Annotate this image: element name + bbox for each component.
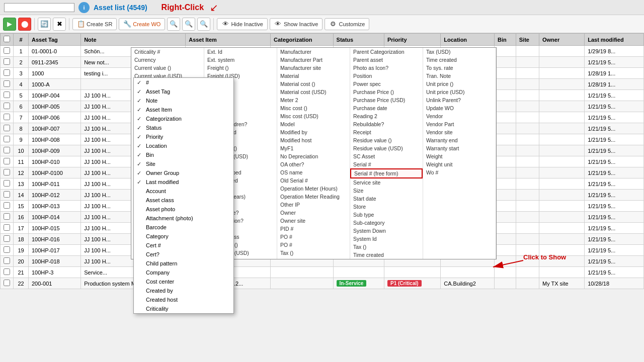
column-option[interactable]: Ext. Id (204, 48, 277, 56)
column-option[interactable]: PO # (277, 233, 350, 241)
dropdown-item[interactable]: Site (134, 159, 233, 168)
column-option[interactable]: Power spec (350, 80, 423, 88)
row-checkbox-cell[interactable] (1, 57, 14, 68)
row-checkbox-cell[interactable] (1, 68, 14, 79)
row-checkbox-cell[interactable] (1, 123, 14, 134)
row-checkbox[interactable] (4, 136, 10, 142)
dropdown-item[interactable]: Company (134, 268, 233, 277)
column-option[interactable]: Tax () (277, 249, 350, 257)
dropdown-item[interactable]: Location (134, 141, 233, 150)
hide-inactive-button[interactable]: 👁 Hide Inactive (217, 18, 268, 30)
table-row[interactable]: 22 200-001 Production system Mercur... M… (1, 278, 644, 289)
row-checkbox[interactable] (4, 169, 10, 175)
column-option[interactable]: Currency (131, 56, 204, 64)
dropdown-item[interactable]: Cost center (134, 277, 233, 286)
row-checkbox[interactable] (4, 92, 10, 98)
dropdown-item[interactable]: Category (134, 232, 233, 241)
column-option[interactable]: Purchase date (350, 104, 423, 112)
column-option[interactable]: Tran. Note (423, 72, 496, 80)
num-header[interactable]: # (14, 34, 29, 46)
column-option[interactable]: Misc cost () (277, 104, 350, 112)
asset-tag-header[interactable]: Asset Tag (29, 34, 81, 46)
column-option[interactable]: Parent asset (350, 56, 423, 64)
zoom-fit-button[interactable]: 🔍 (167, 18, 180, 31)
dropdown-item[interactable]: Cert? (134, 250, 233, 259)
column-option[interactable]: Weight (423, 152, 496, 160)
column-option[interactable]: Material cost () (277, 80, 350, 88)
create-sr-button[interactable]: 📋 Create SR (72, 18, 117, 30)
location-header[interactable]: Location (441, 34, 495, 46)
dropdown-item[interactable]: Child pattern (134, 259, 233, 268)
dropdown-item[interactable]: # (134, 78, 233, 87)
row-checkbox[interactable] (4, 191, 10, 198)
row-checkbox-cell[interactable] (1, 167, 14, 178)
zoom-out-button[interactable]: 🔍 (197, 18, 210, 31)
refresh-button[interactable]: 🔄 (38, 18, 51, 31)
column-option[interactable]: OA other? (277, 160, 350, 168)
row-checkbox-cell[interactable] (1, 234, 14, 245)
table-row[interactable]: 21 100HP-3 Service... 1/21/19 5... (1, 267, 644, 278)
row-checkbox-cell[interactable] (1, 256, 14, 267)
row-checkbox-cell[interactable] (1, 79, 14, 90)
row-checkbox-cell[interactable] (1, 134, 14, 145)
column-option[interactable]: Criticality # (131, 48, 204, 56)
customize-button[interactable]: ⚙ Customize (325, 18, 369, 30)
row-checkbox-cell[interactable] (1, 145, 14, 156)
asset-item-header[interactable]: Asset Item (186, 34, 271, 46)
column-option[interactable]: Rebuildable? (350, 120, 423, 128)
column-option[interactable]: Reading 2 (350, 112, 423, 120)
row-checkbox-cell[interactable] (1, 212, 14, 223)
row-checkbox[interactable] (4, 69, 10, 76)
column-option[interactable]: PID # (277, 225, 350, 233)
column-option[interactable]: Modified host (277, 136, 350, 144)
dropdown-item[interactable]: Status (134, 123, 233, 132)
column-option[interactable]: Old Serial # (277, 176, 350, 185)
dropdown-item[interactable]: Asset photo (134, 205, 233, 214)
column-option[interactable]: Residue value (USD) (350, 144, 423, 152)
column-option[interactable]: Other IP (277, 201, 350, 209)
column-option[interactable]: To sys. rate (423, 64, 496, 72)
column-option[interactable]: System Id (350, 235, 423, 243)
dropdown-item[interactable]: Created host (134, 295, 233, 304)
column-option[interactable]: Parent Categorization (350, 48, 423, 56)
column-option[interactable]: Time created (423, 56, 496, 64)
close-button[interactable]: ✖ (53, 18, 66, 31)
row-checkbox-cell[interactable] (1, 278, 14, 289)
column-option[interactable]: Receipt (350, 128, 423, 136)
row-checkbox[interactable] (4, 268, 10, 275)
row-checkbox[interactable] (4, 235, 10, 242)
row-checkbox-cell[interactable] (1, 201, 14, 212)
row-checkbox[interactable] (4, 224, 10, 231)
row-checkbox-cell[interactable] (1, 267, 14, 278)
dropdown-item[interactable]: Owner Group (134, 168, 233, 177)
column-option[interactable]: Owner (277, 209, 350, 217)
column-option[interactable]: Wo # (423, 168, 496, 176)
column-option[interactable]: Manufacturer (277, 48, 350, 56)
row-checkbox[interactable] (4, 114, 10, 120)
column-option[interactable]: System Down (350, 227, 423, 235)
create-wo-button[interactable]: 🔧 Create WO (119, 18, 165, 30)
dropdown-item[interactable]: Last modified (134, 177, 233, 187)
column-option[interactable]: Warranty start (423, 144, 496, 152)
dropdown-item[interactable]: Categorization (134, 114, 233, 123)
row-checkbox-cell[interactable] (1, 90, 14, 101)
row-checkbox[interactable] (4, 257, 10, 264)
row-checkbox[interactable] (4, 103, 10, 109)
dropdown-item[interactable]: Created by (134, 286, 233, 295)
column-option[interactable]: Store (350, 203, 423, 211)
row-checkbox[interactable] (4, 125, 10, 131)
column-option[interactable]: Tax () (350, 243, 423, 251)
row-checkbox[interactable] (4, 213, 10, 220)
column-option[interactable]: Sub type (350, 211, 423, 219)
column-option[interactable]: Serial # (free form) (350, 168, 423, 178)
row-checkbox[interactable] (4, 280, 10, 286)
last-modified-header[interactable]: Last modified (585, 34, 644, 46)
column-option[interactable]: Material cost (USD) (277, 88, 350, 96)
row-checkbox[interactable] (4, 158, 10, 164)
column-option[interactable]: Owner site (277, 217, 350, 225)
column-option[interactable]: Unlink Parent? (423, 96, 496, 104)
priority-header[interactable]: Priority (384, 34, 441, 46)
column-option[interactable]: Vendor site (423, 128, 496, 136)
row-checkbox-cell[interactable] (1, 112, 14, 123)
zoom-in-button[interactable]: 🔍 (182, 18, 195, 31)
